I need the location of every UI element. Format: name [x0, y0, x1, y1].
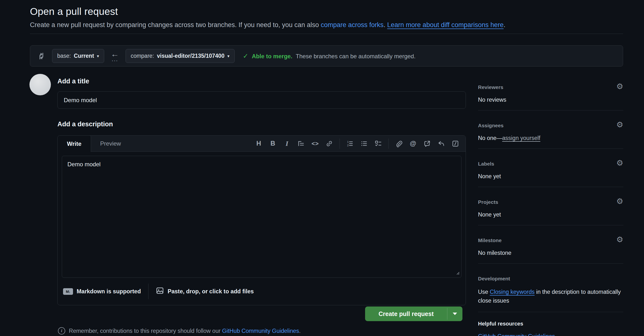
assignees-gear-icon[interactable]: ⚙ — [616, 121, 623, 128]
note-prefix: Remember, contributions to this reposito… — [69, 328, 222, 334]
milestone-value: No milestone — [478, 249, 623, 257]
git-compare-icon — [37, 52, 46, 61]
reviewers-value: No reviews — [478, 96, 623, 103]
create-pull-request-button[interactable]: Create pull request — [365, 306, 447, 321]
tab-preview[interactable]: Preview — [91, 135, 130, 151]
italic-icon: I — [286, 140, 288, 147]
base-branch-name: Current — [74, 53, 94, 59]
labels-heading: Labels — [478, 161, 623, 167]
svg-text:2: 2 — [347, 144, 348, 147]
mention-icon: @ — [410, 140, 416, 147]
tab-write[interactable]: Write — [58, 135, 91, 152]
base-label: base: — [57, 53, 71, 59]
base-branch-selector[interactable]: base: Current ▾ — [52, 49, 104, 63]
merge-status-detail: These branches can be automatically merg… — [296, 53, 416, 60]
helpful-resources-value: GitHub Community Guidelines — [478, 332, 623, 336]
labels-gear-icon[interactable]: ⚙ — [616, 159, 623, 167]
bold-button[interactable]: B — [266, 137, 279, 150]
sidebar-community-guidelines-link[interactable]: GitHub Community Guidelines — [478, 332, 555, 336]
heading-icon: H — [256, 140, 261, 147]
projects-value: None yet — [478, 211, 623, 218]
merge-status-text: Able to merge. — [252, 53, 292, 60]
description-editor: Write Preview H B I <> 12 — [58, 135, 466, 305]
sidebar-section-assignees: Assignees ⚙ No one—assign yourself — [478, 110, 623, 149]
italic-button[interactable]: I — [280, 137, 293, 150]
mention-button[interactable]: @ — [407, 137, 419, 150]
sidebar-section-reviewers: Reviewers ⚙ No reviews — [478, 80, 623, 110]
assignees-heading: Assignees — [478, 123, 623, 128]
create-pull-request-split-button: Create pull request — [365, 306, 462, 321]
projects-gear-icon[interactable]: ⚙ — [616, 197, 623, 205]
code-button[interactable]: <> — [309, 137, 322, 150]
slash-command-icon — [452, 140, 459, 147]
page-subtitle: Create a new pull request by comparing c… — [30, 21, 623, 29]
labels-value: None yet — [478, 173, 623, 180]
closing-keywords-link[interactable]: Closing keywords — [490, 289, 534, 295]
branch-range-marker: ← … — [110, 50, 120, 62]
compare-branch-selector[interactable]: compare: visual-editor/2135/107400 ▾ — [126, 49, 234, 63]
development-heading: Development — [478, 276, 623, 282]
community-guidelines-link[interactable]: GitHub Community Guidelines — [222, 328, 299, 334]
toolbar-separator — [388, 138, 389, 149]
assignees-value: No one—assign yourself — [478, 134, 623, 142]
compare-branch-name: visual-editor/2135/107400 — [157, 53, 224, 59]
resize-handle[interactable] — [455, 270, 460, 276]
quote-button[interactable] — [295, 137, 308, 150]
note-suffix: . — [299, 328, 301, 334]
task-list-button[interactable] — [372, 137, 384, 150]
link-icon — [326, 140, 333, 147]
paste-drop-label: Paste, drop, or click to add files — [168, 288, 254, 295]
milestone-gear-icon[interactable]: ⚙ — [616, 236, 623, 243]
branch-selection-bar: base: Current ▾ ← … compare: visual-edit… — [30, 45, 623, 67]
dropdown-caret-icon — [453, 313, 457, 315]
avatar — [30, 74, 51, 95]
pull-request-form: Add a title Add a description Write Prev… — [58, 78, 466, 305]
assignees-none-text: No one— — [478, 135, 502, 141]
bullet-list-button[interactable] — [358, 137, 370, 150]
title-heading: Add a title — [58, 78, 466, 85]
reply-icon — [438, 140, 445, 147]
development-prefix: Use — [478, 289, 490, 295]
link-button[interactable] — [323, 137, 336, 150]
task-list-icon — [374, 140, 382, 147]
bold-icon: B — [270, 140, 275, 147]
paste-drop-upload[interactable]: Paste, drop, or click to add files — [156, 286, 254, 296]
cross-reference-icon — [424, 140, 431, 147]
markdown-icon: M↓ — [63, 288, 73, 295]
learn-more-link[interactable]: Learn more about diff comparisons here — [387, 21, 504, 29]
markdown-supported[interactable]: M↓ Markdown is supported — [63, 288, 141, 295]
reviewers-heading: Reviewers — [478, 84, 623, 90]
saved-replies-button[interactable] — [435, 137, 448, 150]
page-header: Open a pull request Create a new pull re… — [30, 6, 623, 34]
merge-status: ✓ Able to merge. These branches can be a… — [243, 52, 416, 60]
sidebar-section-labels: Labels ⚙ None yet — [478, 149, 623, 187]
create-options-dropdown[interactable] — [447, 306, 462, 321]
numbered-list-button[interactable]: 12 — [344, 137, 356, 150]
attach-file-button[interactable] — [392, 137, 405, 150]
check-icon: ✓ — [243, 52, 248, 60]
compare-across-forks-link[interactable]: compare across forks — [321, 21, 384, 29]
header-divider — [30, 34, 623, 34]
community-guidelines-note: i Remember, contributions to this reposi… — [58, 327, 300, 334]
title-input[interactable] — [58, 91, 466, 109]
heading-button[interactable]: H — [252, 137, 265, 150]
sidebar-section-development: Development Use Closing keywords in the … — [478, 264, 623, 312]
page-title: Open a pull request — [30, 6, 623, 17]
sidebar-section-milestone: Milestone ⚙ No milestone — [478, 225, 623, 264]
description-textarea[interactable]: Demo model — [62, 156, 461, 277]
cross-reference-button[interactable] — [421, 137, 434, 150]
toolbar-separator — [340, 138, 340, 149]
image-icon — [156, 286, 164, 296]
development-value: Use Closing keywords in the description … — [478, 287, 623, 305]
reviewers-gear-icon[interactable]: ⚙ — [616, 82, 623, 90]
bullet-list-icon — [360, 140, 368, 147]
editor-tab-bar: Write Preview H B I <> 12 — [58, 135, 466, 152]
description-heading: Add a description — [58, 120, 466, 128]
editor-body: Demo model — [58, 152, 466, 278]
markdown-toolbar: H B I <> 12 — [252, 135, 466, 151]
assign-yourself-link[interactable]: assign yourself — [502, 135, 540, 141]
editor-footer: M↓ Markdown is supported Paste, drop, or… — [58, 278, 466, 305]
slash-commands-button[interactable] — [449, 137, 462, 150]
description-field-frame: Demo model — [62, 156, 462, 278]
subtitle-text: Create a new pull request by comparing c… — [30, 21, 321, 29]
